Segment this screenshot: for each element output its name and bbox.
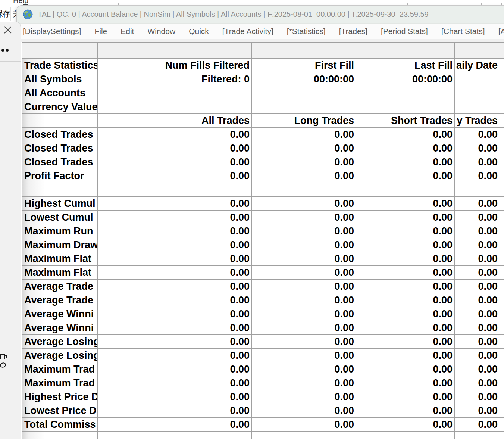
value-cell: 0.00 [356,293,455,307]
value-cell: 0.00 [455,128,500,141]
value-cell: 0.00 [455,224,500,238]
empty-cell [500,349,504,362]
value-cell [98,86,252,100]
value-cell: All Trades [98,114,252,128]
value-cell: 0.00 [356,390,455,404]
empty-cell [500,404,504,418]
value-cell: 0.00 [455,335,500,349]
empty-cell [500,128,504,141]
table-row [22,43,504,59]
save-button[interactable]: 存 [2,8,10,19]
close-icon[interactable] [3,25,13,35]
row-label-cell: Average Winni [22,321,98,335]
row-label-cell: Maximum Trad [22,362,98,376]
value-cell [98,100,252,114]
empty-cell [500,362,504,376]
table-row: Average Winni0.000.000.000.00 [22,307,504,321]
drag-dots-icon[interactable] [6,49,9,52]
value-cell: 0.00 [252,266,356,280]
value-cell: 0.00 [98,238,252,252]
menu-item-file[interactable]: File [94,27,107,36]
value-cell: 0.00 [455,252,500,266]
value-cell: 0.00 [356,128,455,141]
value-cell [252,86,356,100]
value-cell [98,432,252,439]
empty-cell [500,72,504,86]
table-row: Closed Trades0.000.000.000.00 [22,141,504,155]
value-cell: 0.00 [455,390,500,404]
empty-cell [500,86,504,100]
background-column-tick [265,3,265,5]
row-label-cell: Average Winni [22,307,98,321]
table-row: Closed Trades0.000.000.000.00 [22,128,504,141]
empty-cell [500,307,504,321]
row-label-cell: Lowest Cumul [22,211,98,224]
value-cell: 0.00 [356,404,455,418]
row-label-cell: Maximum Draw [22,238,98,252]
value-cell [98,43,252,59]
table-row: Lowest Price D0.000.000.000.00 [22,404,504,418]
help-menu-item[interactable]: Help [13,0,28,5]
drag-dots-icon[interactable] [1,49,4,52]
value-cell [356,183,455,197]
menu-item-statistics[interactable]: [*Statistics] [287,27,326,36]
value-cell [356,100,455,114]
value-cell [98,183,252,197]
value-cell: 0.00 [455,293,500,307]
value-cell: 0.00 [252,169,356,183]
row-label-cell: Lowest Price D [22,404,98,418]
row-label-cell: Highest Price D [22,390,98,404]
menu-item-tradeactivity[interactable]: [Trade Activity] [222,27,273,36]
value-cell: Short Trades [356,114,455,128]
empty-cell [500,59,504,72]
menu-item-chartstats[interactable]: [Chart Stats] [441,27,485,36]
camcorder-icon[interactable] [0,354,7,371]
value-cell: 0.00 [98,404,252,418]
empty-cell [500,197,504,211]
sidebar-divider [0,61,21,62]
row-label-cell: Closed Trades [22,155,98,169]
value-cell: 0.00 [252,390,356,404]
value-cell: 0.00 [98,169,252,183]
background-column-tick [481,3,482,5]
menu-item-quick[interactable]: Quick [189,27,209,36]
table-row: Maximum Trad0.000.000.000.00 [22,362,504,376]
empty-cell [500,224,504,238]
empty-cell [500,183,504,197]
empty-cell [500,252,504,266]
menu-item-displaysettings[interactable]: [DisplaySettings] [23,27,81,36]
menu-item-periodstats[interactable]: [Period Stats] [381,27,428,36]
value-cell: 0.00 [455,376,500,390]
titlebar[interactable]: TAL | QC: 0 | Account Balance | NonSim |… [17,6,504,24]
empty-cell [500,266,504,280]
value-cell: 0.00 [98,418,252,432]
value-cell [356,432,455,439]
value-cell: 0.00 [252,293,356,307]
table-row: All TradesLong TradesShort Tradesy Trade… [22,114,504,128]
row-label-cell: Maximum Flat [22,266,98,280]
value-cell: 0.00 [455,155,500,169]
value-cell [252,183,356,197]
row-label-cell: Closed Trades [22,128,98,141]
value-cell: 0.00 [98,280,252,293]
value-cell: 0.00 [356,141,455,155]
empty-cell [500,321,504,335]
value-cell: 0.00 [455,169,500,183]
value-cell [356,43,455,59]
menu-item-window[interactable]: Window [147,27,175,36]
value-cell [455,72,500,86]
row-label-cell: Average Losing [22,335,98,349]
table-row: Maximum Run0.000.000.000.00 [22,224,504,238]
menu-item-trades[interactable]: [Trades] [339,27,367,36]
empty-cell [500,335,504,349]
row-label-cell: Average Trade [22,293,98,307]
value-cell: 0.00 [455,321,500,335]
value-cell [252,432,356,439]
value-cell: 0.00 [252,321,356,335]
row-label-cell: Profit Factor [22,169,98,183]
table-row: All Accounts [22,86,504,100]
menu-item-accounts[interactable]: [Accounts] [498,27,504,36]
value-cell: Num Fills Filtered [98,59,252,72]
menu-item-edit[interactable]: Edit [120,27,134,36]
value-cell [455,100,500,114]
